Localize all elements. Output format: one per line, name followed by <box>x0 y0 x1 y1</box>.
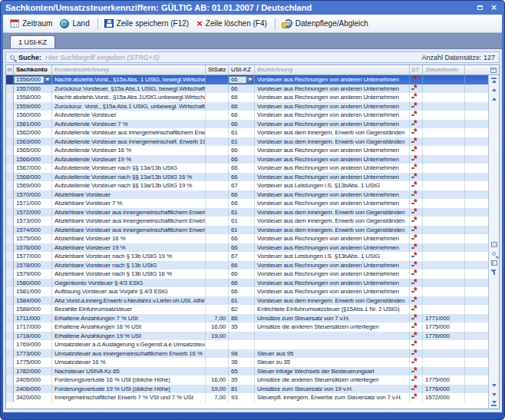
cell-extra <box>465 340 488 349</box>
table-row[interactable]: 1577/000Abziehbare Vorsteuer nach § 13b … <box>6 252 488 261</box>
table-row[interactable]: 1572/000Abziehbare Vorsteuer aus innerge… <box>6 208 488 217</box>
cell-steuerkonto <box>423 181 465 190</box>
row-marker-cell <box>6 199 14 208</box>
table-row[interactable]: 1775/000Umsatzsteuer 16 %36Steuer zu 35 <box>6 358 488 367</box>
cell-bezeichnung: Vorsteuer aus Rechnungen von anderen Unt… <box>255 279 410 288</box>
table-row[interactable]: 1559/000Zurückzuz. Vorst., §15a Abs.1 US… <box>6 102 488 111</box>
delete-row-button[interactable]: × Zeile löschen (F4) <box>193 18 272 29</box>
table-row[interactable]: 3420/000Innergemeinschaftlicher Erwerb 7… <box>6 393 488 402</box>
cell-extra <box>465 84 488 94</box>
table-row[interactable]: 1570/000Abziehbare Vorsteuer66Vorsteuer … <box>6 190 488 200</box>
table-row[interactable]: 1773/000Umsatzsteuer aus innergemeinscha… <box>6 349 488 359</box>
cell-bezeichnung: Umsätze die anderen Steuersätzen unterli… <box>255 375 410 385</box>
chevron-down-icon[interactable] <box>44 77 51 83</box>
save-row-button[interactable]: Zeile speichern (F12) <box>101 18 193 29</box>
cell-st <box>410 102 423 111</box>
table-row[interactable]: 1588/000Bezahlte Einfuhrumsatzsteuer62En… <box>6 305 488 314</box>
table-row[interactable]: 1580/000Gegenkonto Vorsteuer § 4/3 EStG6… <box>6 279 488 288</box>
sachkonto-combobox[interactable]: 1556/000 <box>14 76 51 84</box>
search-input[interactable]: Hier Suchbegriff eingeben (STRG+S) <box>45 54 418 61</box>
scroll-page-down-button[interactable] <box>490 391 498 398</box>
column-header-bezeichnung[interactable]: Bezeichnung <box>255 65 410 74</box>
cell-stsatz <box>206 279 229 288</box>
binder-icon <box>491 260 497 266</box>
table-row[interactable]: 1562/000Aufzuteilende Vorsteuer aus inne… <box>6 128 488 137</box>
table-row[interactable]: 1581/000Auflösung Vorsteuer aus Vorjahr … <box>6 287 488 296</box>
table-row[interactable]: 1561/000Aufzuteilende Vorsteuer 7 %66Vor… <box>6 120 488 129</box>
row-marker-cell <box>6 181 14 190</box>
chevron-down-icon[interactable] <box>246 77 253 83</box>
tax-key-icon <box>411 261 420 269</box>
column-header-kontenbezeichnung[interactable]: Kontenbezeichnung <box>52 65 206 74</box>
cell-ustkz: 66 <box>229 261 255 270</box>
table-row[interactable]: 1579/000Abziehbare Vorsteuer nach § 13b … <box>6 270 488 279</box>
binder-tool-button[interactable] <box>490 260 498 266</box>
tab-ust-kz[interactable]: 1 USt-KZ <box>10 35 55 48</box>
ustkz-combobox[interactable]: 66 <box>229 76 254 84</box>
toolbar: Zeitraum Land Zeile speichern (F12) × Ze… <box>3 15 502 33</box>
table-row[interactable]: 1565/000Aufzuteilende Vorsteuer 16 %66Vo… <box>6 146 488 155</box>
table-row[interactable]: 1568/000Aufzuteilende Vorsteuer nach §§ … <box>6 173 488 182</box>
table-row[interactable]: 2405/000Forderungsverluste 16 % USt (übl… <box>6 375 488 385</box>
cell-steuerkonto: 1572/000 <box>423 393 465 402</box>
column-header-stsatz[interactable]: StSatz <box>206 65 229 74</box>
table-row[interactable]: 1576/000Abziehbare Vorsteuer 19 %66Vorst… <box>6 243 488 253</box>
column-header-sachkonto[interactable]: Sachkonto <box>14 65 52 74</box>
table-row[interactable]: 1769/000Umsatzsteuer a.d.Auslagerung v.G… <box>6 340 488 349</box>
table-row[interactable]: 1566/000Aufzuteilende Vorsteuer 19 %66Vo… <box>6 155 488 164</box>
cell-bezeichnung: Vorsteuer aus Rechnungen von anderen Unt… <box>255 102 410 111</box>
column-header-steuerkonto[interactable]: Steuerkonto <box>423 65 465 74</box>
table-row[interactable]: 1782/000Nachsteuer UStVA Kz.6565Steuer i… <box>6 367 488 376</box>
table-row[interactable]: 1556/000Nachtr.abziehb.Vorst., §15a Abs.… <box>6 75 488 84</box>
column-header-st[interactable]: ST <box>410 65 423 74</box>
cell-sachkonto: 1584/000 <box>14 296 52 306</box>
cell-st <box>410 367 423 376</box>
table-row[interactable]: 1718/000Erhaltene Anzahlungen 19 % USt19… <box>6 332 488 341</box>
scroll-to-bottom-button[interactable] <box>490 400 498 407</box>
column-layout-button[interactable] <box>490 241 498 248</box>
table-row[interactable]: 1571/000Abziehbare Vorsteuer 7 %66Vorste… <box>6 199 488 208</box>
table-row[interactable]: 2406/000Forderungsverluste 19 % USt (übl… <box>6 385 488 394</box>
row-marker-cell <box>6 252 14 261</box>
cell-ustkz: 35 <box>229 322 255 332</box>
filter-icon <box>490 270 497 276</box>
table-row[interactable]: 1711/000Erhaltene Anzahlungen 7 % USt7,0… <box>6 314 488 323</box>
table-row[interactable]: 1717/000Erhaltene Anzahlungen 16 % USt16… <box>6 322 488 332</box>
table-row[interactable]: 1567/000Aufzuteilende Vorsteuer nach §§ … <box>6 164 488 173</box>
scroll-page-up-button[interactable] <box>490 95 498 102</box>
cell-kontenbezeichnung: Abz.Vorst.a.innerg.Erwerb v.Neufahrz.v.L… <box>52 296 206 306</box>
table-row[interactable]: 1563/000Aufzuteilende Vorsteuer aus inne… <box>6 137 488 147</box>
column-header-marker[interactable]: M <box>6 65 14 74</box>
table-row[interactable]: 1574/000Abziehbare Vorsteuer aus innerge… <box>6 226 488 235</box>
cell-kontenbezeichnung: Aufzuteilende Vorsteuer 16 % <box>52 146 206 155</box>
restore-button[interactable] <box>474 2 486 12</box>
filter-tool-button[interactable] <box>490 269 498 276</box>
cell-ustkz: 66 <box>229 75 255 84</box>
table-row[interactable]: 1558/000Nachtr.abziehb.Vorst., §15a Abs.… <box>6 93 488 102</box>
datenpflege-label: Datenpflege/Abgleich <box>295 19 368 28</box>
scroll-to-top-button[interactable] <box>490 77 498 84</box>
table-row[interactable]: 1575/000Abziehbare Vorsteuer 16 %66Vorst… <box>6 234 488 243</box>
datenpflege-button[interactable]: Datenpflege/Abgleich <box>279 18 373 30</box>
cell-stsatz <box>206 84 229 94</box>
table-row[interactable]: 1578/000Abziehbare Vorsteuer nach § 13b … <box>6 261 488 270</box>
search-tool-button[interactable] <box>490 250 498 257</box>
cell-kontenbezeichnung: Zurückzuz. Vorst., §15a Abs.1 UStG, unbe… <box>52 102 206 111</box>
close-button[interactable]: × <box>488 2 500 12</box>
cell-steuerkonto <box>423 190 465 200</box>
column-chooser-button[interactable] <box>488 65 499 74</box>
cell-kontenbezeichnung: Aufzuteilende Vorsteuer aus innergemeins… <box>52 137 206 147</box>
cell-stsatz <box>206 270 229 279</box>
titlebar: Sachkonten/Umsatzsteuerkennziffern: GÜLT… <box>0 0 505 15</box>
zeitraum-button[interactable]: Zeitraum <box>7 18 57 29</box>
table-header: M Sachkonto Kontenbezeichnung StSatz USt… <box>6 65 499 75</box>
table-row[interactable]: 1560/000Aufzuteilende Vorsteuer66Vorsteu… <box>6 111 488 120</box>
scroll-down-button[interactable] <box>490 382 498 389</box>
column-header-ustkz[interactable]: USt-KZ <box>229 65 255 74</box>
land-button[interactable]: Land <box>57 18 94 30</box>
table-row[interactable]: 1584/000Abz.Vorst.a.innerg.Erwerb v.Neuf… <box>6 296 488 306</box>
table-row[interactable]: 1557/000Zurückzuz.Vorsteuer, §15a Abs.1 … <box>6 84 488 94</box>
table-row[interactable]: 1573/000Abziehbare Vorsteuer aus innerge… <box>6 217 488 226</box>
scroll-up-button[interactable] <box>490 86 498 93</box>
table-row[interactable]: 1569/000Aufzuteilende Vorsteuer nach §§ … <box>6 181 488 190</box>
